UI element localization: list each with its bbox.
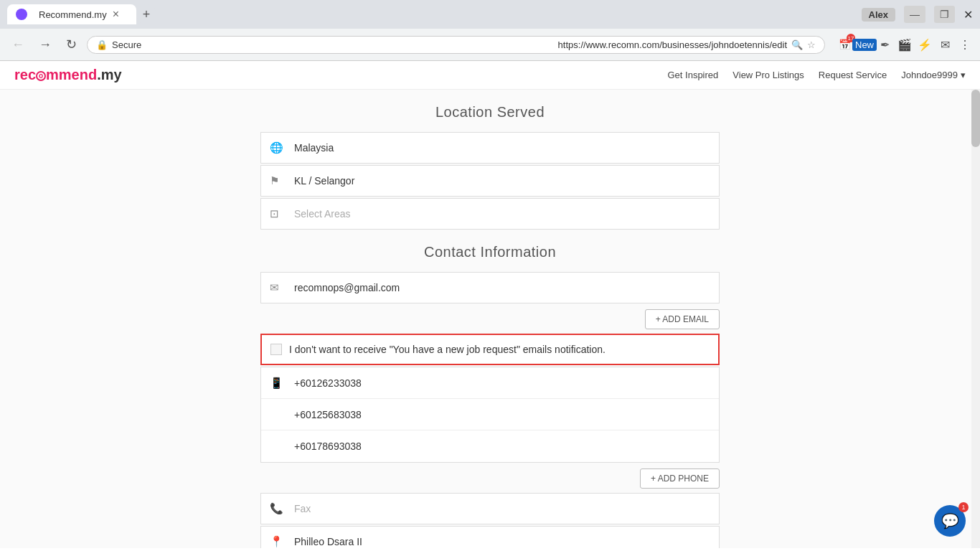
notification-checkbox[interactable] (270, 344, 282, 355)
reload-button[interactable]: ↻ (62, 35, 81, 54)
new-tab-button[interactable]: + (136, 4, 156, 24)
address-field-row: 📍 Philleo Dsara II (260, 526, 720, 548)
back-button[interactable]: ← (7, 36, 29, 54)
username-label: Johndoe9999 (901, 70, 958, 80)
search-icon: 🔍 (791, 39, 803, 50)
forward-button[interactable]: → (34, 36, 56, 54)
region-value: KL / Selangor (294, 175, 710, 187)
address-icon: 📍 (270, 535, 287, 548)
add-email-button[interactable]: + ADD EMAIL (645, 309, 720, 329)
user-menu[interactable]: Johndoe9999 ▾ (901, 70, 966, 80)
region-field-row: ⚑ KL / Selangor (260, 165, 720, 197)
globe-icon: 🌐 (270, 141, 287, 154)
add-email-container: + ADD EMAIL (260, 305, 720, 334)
pen-icon[interactable]: ✒ (877, 37, 892, 52)
flag-icon: ⚑ (270, 174, 287, 187)
email-icon: ✉ (270, 281, 287, 294)
mail-icon[interactable]: ✉ (937, 37, 953, 52)
areas-field-row[interactable]: ⊡ Select Areas (260, 198, 720, 230)
phone-field-row-2: 📱 +60125683038 (261, 399, 719, 430)
contact-section-title: Contact Information (260, 244, 720, 260)
scrollbar-thumb[interactable] (971, 90, 980, 147)
tab-favicon (16, 9, 27, 20)
main-content: Location Served 🌐 Malaysia ⚑ KL / Selang… (0, 90, 980, 548)
new-icon[interactable]: New (857, 37, 872, 52)
nav-view-pro-listings[interactable]: View Pro Listings (732, 70, 804, 80)
menu-icon[interactable]: ⋮ (957, 37, 973, 52)
tab-title: Recommend.my (39, 9, 107, 20)
location-section-title: Location Served (260, 104, 720, 121)
country-field-row: 🌐 Malaysia (260, 132, 720, 164)
email-field-row: ✉ recomnops@gmail.com (260, 272, 720, 303)
phone-field-row-1: 📱 +60126233038 (261, 367, 719, 399)
nav-links: Get Inspired View Pro Listings Request S… (667, 70, 966, 80)
phone-icon: 📱 (270, 377, 287, 390)
phone-value-3: +60178693038 (294, 441, 710, 452)
minimize-button[interactable]: — (904, 6, 925, 23)
chevron-down-icon: ▾ (961, 70, 966, 80)
bookmark-icon[interactable]: ☆ (807, 39, 816, 50)
address-value: Philleo Dsara II (294, 536, 710, 547)
film-icon[interactable]: 🎬 (897, 37, 913, 52)
nav-request-service[interactable]: Request Service (819, 70, 887, 80)
fax-icon: 📞 (270, 502, 287, 515)
tab-close-button[interactable]: × (113, 9, 119, 20)
area-placeholder: Select Areas (294, 208, 710, 220)
nav-get-inspired[interactable]: Get Inspired (667, 70, 718, 80)
country-value: Malaysia (294, 142, 710, 154)
site-navigation: recommend.my Get Inspired View Pro Listi… (0, 61, 980, 90)
calendar-icon[interactable]: 📅 17 (837, 37, 852, 52)
chat-icon: 💬 (941, 512, 959, 529)
address-bar[interactable]: 🔒 Secure https://www.recomn.com/business… (87, 36, 825, 54)
url-text: Secure (112, 39, 551, 50)
chat-widget[interactable]: 💬 1 (934, 505, 966, 537)
form-container: Location Served 🌐 Malaysia ⚑ KL / Selang… (260, 90, 720, 548)
secure-icon: 🔒 (96, 39, 108, 50)
fax-field-row: 📞 Fax (260, 493, 720, 524)
notification-checkbox-row[interactable]: I don't want to receive "You have a new … (260, 334, 720, 365)
lightning-icon[interactable]: ⚡ (917, 37, 933, 52)
phone-field-row-3: 📱 +60178693038 (261, 430, 719, 462)
add-phone-container: + ADD PHONE (260, 464, 720, 493)
url-value: https://www.recomn.com/businesses/johndo… (558, 39, 787, 50)
add-phone-button[interactable]: + ADD PHONE (640, 468, 720, 489)
notification-text: I don't want to receive "You have a new … (289, 344, 710, 355)
site-logo[interactable]: recommend.my (14, 67, 122, 83)
phone-fields-group: 📱 +60126233038 📱 +60125683038 📱 +6017869… (260, 367, 720, 463)
phone-value-2: +60125683038 (294, 409, 710, 420)
maximize-button[interactable]: ❐ (934, 6, 955, 23)
phone-value-1: +60126233038 (294, 377, 710, 389)
email-value: recomnops@gmail.com (294, 282, 710, 293)
fax-placeholder: Fax (294, 503, 710, 514)
scrollbar-track[interactable] (971, 90, 980, 548)
chat-badge: 1 (958, 502, 969, 512)
active-tab[interactable]: Recommend.my × (7, 4, 136, 24)
user-pill: Alex (862, 8, 895, 22)
close-button[interactable]: ✕ (963, 8, 973, 22)
area-icon: ⊡ (270, 207, 287, 220)
